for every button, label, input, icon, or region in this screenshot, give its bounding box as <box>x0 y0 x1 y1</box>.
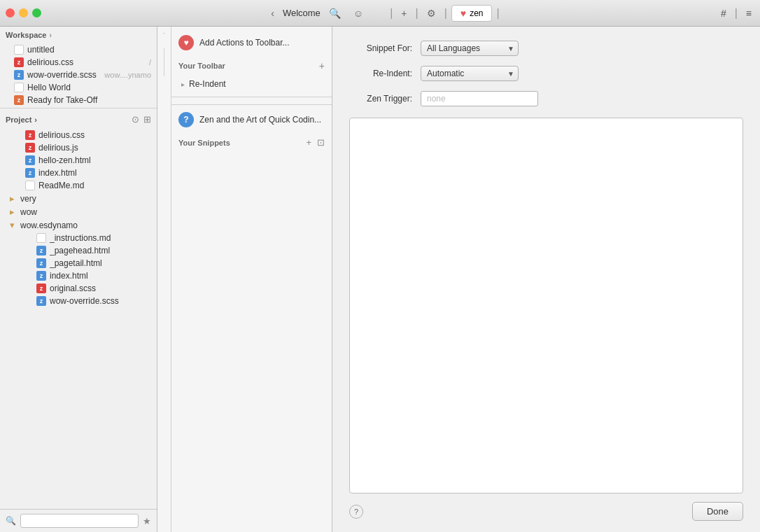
re-indent-select[interactable]: Automatic Manual None <box>421 66 519 81</box>
zen-tab-label: zen <box>470 8 483 18</box>
sidebar-item-proj-index2[interactable]: z index.html <box>0 270 157 282</box>
project-grid-button[interactable]: ⊞ <box>143 114 151 125</box>
snippet-for-row: Snippet For: All Languages HTML CSS Java… <box>349 41 743 56</box>
workspace-header[interactable]: Workspace › <box>0 27 157 43</box>
sidebar-item-proj-hello-zen[interactable]: z hello-zen.html <box>0 154 157 167</box>
gutter-divider <box>164 48 164 76</box>
window-controls <box>6 8 41 18</box>
zen-your-toolbar-label: Your Toolbar <box>178 62 225 70</box>
divider-2: | <box>416 7 418 20</box>
zen-trigger-input[interactable] <box>421 91 538 106</box>
menu-button[interactable]: ≡ <box>743 6 754 20</box>
file-icon-proj-readme <box>25 181 35 190</box>
file-icon-wow-override: z <box>14 70 24 80</box>
sidebar-item-proj-wow-esdynamo[interactable]: ▾ wow.esdynamo <box>0 218 157 232</box>
re-indent-select-wrapper: Automatic Manual None ▼ <box>421 66 519 81</box>
zen-trigger-row: Zen Trigger: <box>349 91 743 106</box>
zen-reindent-item[interactable]: ▸ Re-Indent <box>178 77 325 91</box>
sidebar-item-proj-pagetail[interactable]: z _pagetail.html <box>0 257 157 270</box>
search-button[interactable]: 🔍 <box>325 6 345 20</box>
file-icon-hello-world <box>14 83 24 92</box>
zen-add-label: Add Actions to Toolbar... <box>199 38 290 48</box>
re-indent-row: Re-Indent: Automatic Manual None ▼ <box>349 66 743 81</box>
sidebar-item-proj-very[interactable]: ▸ very <box>0 192 157 205</box>
file-label-hello-world: Hello World <box>27 83 151 92</box>
titlebar: ‹ Welcome 🔍 ☺ | + | ⚙ | ♥ zen | # | ≡ <box>0 0 760 27</box>
file-icon-proj-original-scss: z <box>36 284 46 293</box>
search-input[interactable] <box>20 514 139 528</box>
file-label-proj-hello-zen: hello-zen.html <box>38 155 151 165</box>
sidebar-item-proj-readme[interactable]: ReadMe.md <box>0 179 157 192</box>
sidebar-item-proj-instructions[interactable]: _instructions.md <box>0 232 157 244</box>
file-label-proj-wow: wow <box>20 207 151 217</box>
file-label-proj-original-scss: original.scss <box>50 284 151 293</box>
titlebar-back-button[interactable]: ‹ <box>267 6 279 20</box>
sidebar-item-proj-wow-override-scss[interactable]: z wow-override.scss <box>0 295 157 307</box>
maximize-button[interactable] <box>32 8 41 18</box>
zen-snippet-add-button[interactable]: + <box>306 137 311 148</box>
zen-your-snippets-header: Your Snippets + ⊡ <box>178 137 325 148</box>
project-history-button[interactable]: ⊙ <box>132 114 139 125</box>
file-label-proj-index2: index.html <box>50 271 151 281</box>
file-icon-ready: z <box>14 95 24 105</box>
sidebar-item-proj-original-scss[interactable]: z original.scss <box>0 282 157 295</box>
project-chevron: › <box>34 115 37 124</box>
project-header-left[interactable]: Project › <box>6 115 37 124</box>
minimize-button[interactable] <box>19 8 28 18</box>
sidebar-item-proj-wow[interactable]: ▸ wow <box>0 205 157 218</box>
zen-your-snippets-label: Your Snippets <box>178 139 230 147</box>
emoji-button[interactable]: ☺ <box>349 6 367 20</box>
dialog-footer: ? Done <box>349 502 743 521</box>
dialog-done-button[interactable]: Done <box>692 502 743 521</box>
sidebar-item-hello-world[interactable]: Hello World <box>0 81 157 94</box>
zen-toolbar-add-button[interactable]: + <box>319 60 325 71</box>
sidebar-item-delirious-css[interactable]: z delirious.css / <box>0 56 157 69</box>
file-label-delirious-css: delirious.css <box>27 57 146 67</box>
close-button[interactable] <box>6 8 15 18</box>
zen-art-title-row[interactable]: ? Zen and the Art of Quick Codin... <box>178 112 325 127</box>
file-icon-proj-hello-zen: z <box>25 155 35 165</box>
zen-heart-icon: ♥ <box>178 35 194 50</box>
sidebar-item-proj-pagehead[interactable]: z _pagehead.html <box>0 244 157 257</box>
content-area: · ♥ Add Actions to Toolbar... Your Toolb… <box>157 27 760 532</box>
folder-icon-very: ▸ <box>10 193 15 204</box>
zen-tab[interactable]: ♥ zen <box>451 5 493 22</box>
zen-snippets-buttons: + ⊡ <box>306 137 325 148</box>
file-icon-proj-pagehead: z <box>36 246 46 255</box>
sidebar-item-proj-delirious-js[interactable]: z delirious.js <box>0 141 157 154</box>
sidebar-item-untitled[interactable]: untitled <box>0 43 157 56</box>
settings-button[interactable]: ⚙ <box>423 6 440 20</box>
file-icon-delirious-css: z <box>14 57 24 67</box>
file-label-untitled: untitled <box>27 45 151 55</box>
sidebar: Workspace › untitled z delirious.css / z… <box>0 27 157 532</box>
zen-add-toolbar-row[interactable]: ♥ Add Actions to Toolbar... <box>178 35 325 50</box>
file-icon-proj-pagetail: z <box>36 258 46 268</box>
snippet-for-select[interactable]: All Languages HTML CSS JavaScript <box>421 41 519 56</box>
zen-your-toolbar-header: Your Toolbar + <box>178 60 325 71</box>
titlebar-right: # | ≡ <box>718 6 754 20</box>
project-label: Project <box>6 115 31 124</box>
sidebar-search: 🔍 ★ <box>0 509 157 532</box>
file-label-proj-index: index.html <box>38 168 151 178</box>
titlebar-title: Welcome <box>283 8 321 18</box>
zen-art-section: ? Zen and the Art of Quick Codin... Your… <box>171 112 332 148</box>
hash-icon-button[interactable]: # <box>718 6 729 20</box>
sidebar-item-proj-delirious-css[interactable]: z delirious.css <box>0 129 157 141</box>
file-label-proj-wow-override-scss: wow-override.scss <box>50 296 151 306</box>
dialog-textarea[interactable] <box>349 118 743 493</box>
dialog-help-button[interactable]: ? <box>349 505 363 519</box>
file-icon-proj-index: z <box>25 168 35 178</box>
project-header-right: ⊙ ⊞ <box>132 114 151 125</box>
search-star-button[interactable]: ★ <box>143 516 151 526</box>
divider-3: | <box>444 7 447 20</box>
zen-snippet-folder-button[interactable]: ⊡ <box>317 137 325 148</box>
sidebar-item-wow-override[interactable]: z wow-override.scss wow....ynamo <box>0 69 157 81</box>
divider-5: | <box>735 7 738 20</box>
workspace-title: Workspace › <box>6 31 52 39</box>
sidebar-item-proj-index[interactable]: z index.html <box>0 167 157 179</box>
sidebar-divider-1 <box>0 108 157 108</box>
add-tab-button[interactable]: + <box>397 6 411 20</box>
sidebar-item-ready[interactable]: z Ready for Take-Off <box>0 94 157 106</box>
workspace-label: Workspace <box>6 31 47 39</box>
zen-section-divider <box>171 104 332 105</box>
